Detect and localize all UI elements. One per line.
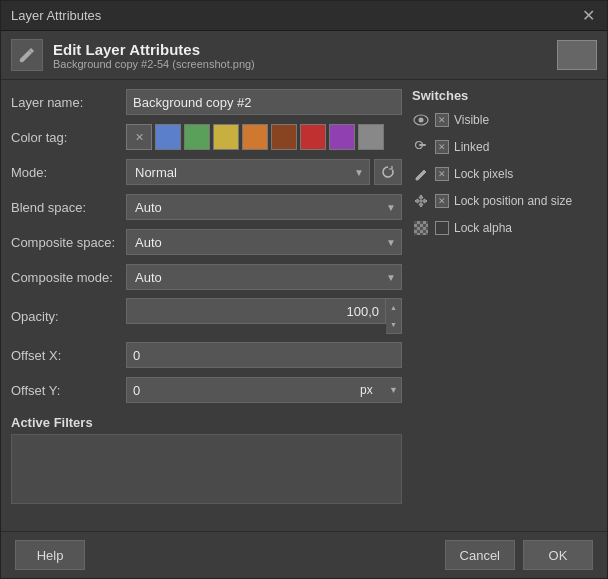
opacity-decrement-button[interactable]: ▼ <box>386 316 401 333</box>
color-tag-gray[interactable] <box>358 124 384 150</box>
footer-right: Cancel OK <box>445 540 593 570</box>
color-tag-blue[interactable] <box>155 124 181 150</box>
switch-lock-pixels: ✕ Lock pixels <box>412 163 597 185</box>
layer-thumbnail <box>557 40 597 70</box>
opacity-spinner: ▲ ▼ <box>386 298 402 334</box>
layer-name-row: Layer name: <box>11 88 402 116</box>
edit-icon-box <box>11 39 43 71</box>
composite-space-select-wrapper: Auto ▼ <box>126 229 402 255</box>
opacity-input[interactable] <box>126 298 386 324</box>
offset-x-input[interactable] <box>126 342 402 368</box>
link-icon <box>412 138 430 156</box>
layer-name-input[interactable] <box>126 89 402 115</box>
composite-mode-select[interactable]: Auto <box>126 264 402 290</box>
switch-lock-alpha: Lock alpha <box>412 217 597 239</box>
opacity-increment-button[interactable]: ▲ <box>386 299 401 316</box>
mode-select-wrapper: Normal ▼ <box>126 159 370 185</box>
color-tag-label: Color tag: <box>11 130 126 145</box>
composite-mode-label: Composite mode: <box>11 270 126 285</box>
color-tag-none[interactable]: ✕ <box>126 124 152 150</box>
blend-space-row: Blend space: Auto ▼ <box>11 193 402 221</box>
visible-checkbox[interactable]: ✕ <box>435 113 449 127</box>
composite-mode-control: Auto ▼ <box>126 264 402 290</box>
content-area: Layer name: Color tag: ✕ <box>1 80 607 531</box>
composite-space-control: Auto ▼ <box>126 229 402 255</box>
offset-x-control <box>126 342 402 368</box>
offset-y-label: Offset Y: <box>11 383 126 398</box>
active-filters-label: Active Filters <box>11 415 402 430</box>
unit-select-wrapper: px ▼ <box>356 377 402 403</box>
pencil-icon <box>412 165 430 183</box>
lock-alpha-checkbox[interactable] <box>435 221 449 235</box>
cancel-button[interactable]: Cancel <box>445 540 515 570</box>
opacity-label: Opacity: <box>11 309 126 324</box>
header-subtitle: Background copy #2-54 (screenshot.png) <box>53 58 557 70</box>
color-tag-yellow[interactable] <box>213 124 239 150</box>
color-tags: ✕ <box>126 124 384 150</box>
filters-box <box>11 434 402 504</box>
opacity-row: Opacity: ▲ ▼ <box>11 298 402 334</box>
checker-icon <box>412 219 430 237</box>
composite-space-row: Composite space: Auto ▼ <box>11 228 402 256</box>
opacity-input-wrapper <box>126 298 386 334</box>
edit-icon <box>17 45 37 65</box>
lock-position-label: Lock position and size <box>454 194 572 208</box>
composite-space-select[interactable]: Auto <box>126 229 402 255</box>
move-icon <box>412 192 430 210</box>
svg-rect-3 <box>419 144 426 146</box>
color-tag-purple[interactable] <box>329 124 355 150</box>
left-panel: Layer name: Color tag: ✕ <box>11 88 402 523</box>
footer: Help Cancel OK <box>1 531 607 578</box>
header-title: Edit Layer Attributes <box>53 41 557 58</box>
mode-label: Mode: <box>11 165 126 180</box>
svg-point-1 <box>419 118 424 123</box>
unit-select[interactable]: px <box>356 377 402 403</box>
color-tag-green[interactable] <box>184 124 210 150</box>
mode-extra-button[interactable] <box>374 159 402 185</box>
linked-label: Linked <box>454 140 489 154</box>
right-panel: Switches ✕ Visible <box>412 88 597 523</box>
composite-mode-row: Composite mode: Auto ▼ <box>11 263 402 291</box>
help-button[interactable]: Help <box>15 540 85 570</box>
color-tag-brown[interactable] <box>271 124 297 150</box>
switch-visible: ✕ Visible <box>412 109 597 131</box>
dialog: Layer Attributes ✕ Edit Layer Attributes… <box>0 0 608 579</box>
close-button[interactable]: ✕ <box>580 8 597 24</box>
blend-space-label: Blend space: <box>11 200 126 215</box>
mode-control: Normal ▼ <box>126 159 402 185</box>
switches-title: Switches <box>412 88 597 103</box>
blend-space-select[interactable]: Auto <box>126 194 402 220</box>
blend-space-control: Auto ▼ <box>126 194 402 220</box>
header-area: Edit Layer Attributes Background copy #2… <box>1 31 607 80</box>
layer-name-label: Layer name: <box>11 95 126 110</box>
lock-alpha-label: Lock alpha <box>454 221 512 235</box>
lock-pixels-label: Lock pixels <box>454 167 513 181</box>
lock-position-checkbox[interactable]: ✕ <box>435 194 449 208</box>
composite-mode-select-wrapper: Auto ▼ <box>126 264 402 290</box>
mode-select[interactable]: Normal <box>126 159 370 185</box>
offset-x-row: Offset X: <box>11 341 402 369</box>
mode-row: Mode: Normal ▼ <box>11 158 402 186</box>
eye-icon <box>412 111 430 129</box>
lock-pixels-checkbox[interactable]: ✕ <box>435 167 449 181</box>
offset-y-input[interactable] <box>126 377 356 403</box>
layer-name-control <box>126 89 402 115</box>
reset-icon <box>381 165 395 179</box>
visible-label: Visible <box>454 113 489 127</box>
offset-y-row: Offset Y: px ▼ <box>11 376 402 404</box>
active-filters-section: Active Filters <box>11 411 402 504</box>
linked-checkbox[interactable]: ✕ <box>435 140 449 154</box>
opacity-control: ▲ ▼ <box>126 298 402 334</box>
offset-x-label: Offset X: <box>11 348 126 363</box>
composite-space-label: Composite space: <box>11 235 126 250</box>
header-text: Edit Layer Attributes Background copy #2… <box>53 41 557 70</box>
blend-space-select-wrapper: Auto ▼ <box>126 194 402 220</box>
ok-button[interactable]: OK <box>523 540 593 570</box>
offset-y-control: px ▼ <box>126 377 402 403</box>
switch-lock-position: ✕ Lock position and size <box>412 190 597 212</box>
color-tag-row: Color tag: ✕ <box>11 123 402 151</box>
dialog-title: Layer Attributes <box>11 8 101 23</box>
color-tag-orange[interactable] <box>242 124 268 150</box>
color-tag-red[interactable] <box>300 124 326 150</box>
switch-linked: ✕ Linked <box>412 136 597 158</box>
